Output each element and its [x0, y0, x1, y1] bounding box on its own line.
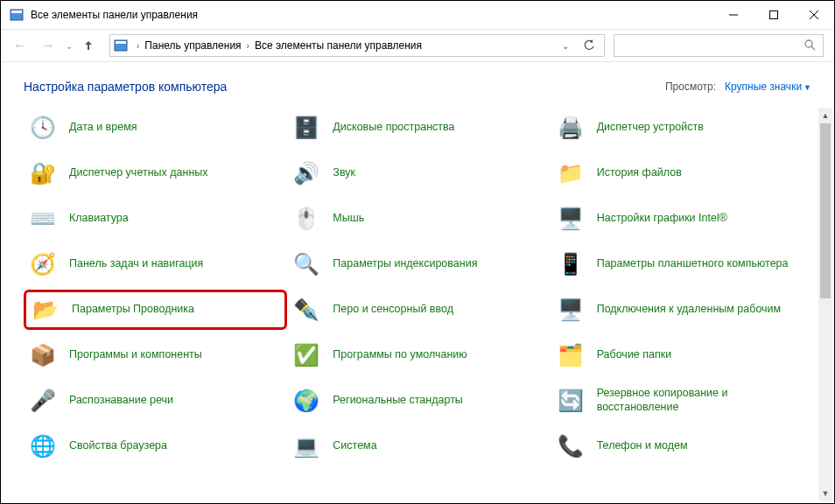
- breadcrumb-part[interactable]: Панель управления: [143, 39, 242, 52]
- view-label: Просмотр:: [665, 80, 716, 93]
- item-icon: ✅: [292, 341, 320, 369]
- item-icon: 📂: [32, 296, 60, 324]
- item-icon: 🖱️: [292, 205, 320, 233]
- control-panel-icon: [10, 8, 24, 22]
- item-icon: 🖨️: [557, 114, 585, 142]
- item-label: Система: [333, 439, 376, 453]
- chevron-right-icon[interactable]: ›: [247, 41, 249, 51]
- control-panel-item[interactable]: 🗄️Дисковые пространства: [287, 108, 551, 148]
- item-label: Клавиатура: [69, 212, 129, 226]
- items-grid: 🕓Дата и время🗄️Дисковые пространства🖨️Ди…: [1, 108, 834, 466]
- forward-button[interactable]: →: [36, 33, 60, 58]
- item-label: История файлов: [597, 166, 682, 180]
- item-icon: 📁: [557, 159, 585, 187]
- svg-line-9: [811, 46, 815, 50]
- control-panel-item[interactable]: 📱Параметры планшетного компьютера: [551, 244, 815, 284]
- item-label: Перо и сенсорный ввод: [333, 303, 453, 317]
- item-label: Панель задач и навигация: [69, 257, 203, 271]
- svg-point-8: [805, 40, 812, 47]
- item-label: Диспетчер учетных данных: [69, 166, 208, 180]
- item-label: Рабочие папки: [597, 348, 672, 362]
- control-panel-item[interactable]: 📞Телефон и модем: [551, 426, 815, 466]
- item-label: Параметры Проводника: [72, 303, 194, 317]
- scroll-track[interactable]: [818, 123, 832, 486]
- item-icon: 🕓: [29, 114, 57, 142]
- control-panel-item[interactable]: 🔍Параметры индексирования: [287, 244, 551, 284]
- minimize-button[interactable]: [713, 1, 754, 29]
- item-icon: 🔐: [29, 159, 57, 187]
- item-icon: 🌍: [292, 387, 320, 415]
- titlebar: Все элементы панели управления: [1, 1, 834, 29]
- control-panel-item[interactable]: 💻Система: [287, 426, 551, 466]
- item-icon: ⌨️: [29, 205, 57, 233]
- item-icon: 🌐: [29, 432, 57, 460]
- breadcrumb-part[interactable]: Все элементы панели управления: [253, 39, 424, 52]
- control-panel-item[interactable]: 📦Программы и компоненты: [24, 335, 287, 375]
- maximize-button[interactable]: [754, 1, 794, 29]
- window-title: Все элементы панели управления: [31, 9, 198, 21]
- control-panel-item[interactable]: 🖥️Подключения к удаленным рабочим: [551, 290, 815, 330]
- item-icon: 🗄️: [292, 114, 320, 142]
- up-button[interactable]: [76, 33, 101, 58]
- item-label: Распознавание речи: [69, 394, 173, 408]
- item-label: Параметры планшетного компьютера: [597, 257, 789, 271]
- item-label: Программы и компоненты: [69, 348, 202, 362]
- control-panel-item[interactable]: ⌨️Клавиатура: [24, 199, 287, 239]
- control-panel-item[interactable]: 🌐Свойства браузера: [24, 426, 287, 466]
- item-label: Региональные стандарты: [333, 394, 463, 408]
- item-label: Свойства браузера: [69, 439, 167, 453]
- refresh-button[interactable]: [578, 34, 600, 57]
- item-label: Программы по умолчанию: [333, 348, 467, 362]
- window-controls: [713, 1, 834, 29]
- back-button[interactable]: ←: [8, 33, 32, 58]
- item-icon: ✒️: [292, 296, 320, 324]
- scroll-down-button[interactable]: ▼: [818, 486, 832, 501]
- item-icon: 🔍: [292, 250, 320, 278]
- control-panel-item[interactable]: ✒️Перо и сенсорный ввод: [287, 290, 551, 330]
- item-label: Телефон и модем: [597, 439, 688, 453]
- scroll-up-button[interactable]: ▲: [818, 108, 832, 123]
- view-selector: Просмотр: Крупные значки▼: [665, 80, 811, 93]
- control-panel-item[interactable]: 🕓Дата и время: [24, 108, 287, 148]
- scrollbar[interactable]: ▲ ▼: [818, 108, 832, 501]
- control-panel-item[interactable]: 🖥️Настройки графики Intel®: [551, 199, 815, 239]
- control-panel-item[interactable]: 🖨️Диспетчер устройств: [551, 108, 815, 148]
- chevron-right-icon[interactable]: ›: [137, 41, 139, 51]
- scroll-thumb[interactable]: [820, 123, 831, 298]
- svg-rect-7: [116, 41, 126, 44]
- item-icon: 🔄: [557, 387, 585, 415]
- item-label: Дисковые пространства: [333, 121, 454, 135]
- item-icon: 📞: [557, 432, 585, 460]
- control-panel-item[interactable]: 🖱️Мышь: [287, 199, 551, 239]
- control-panel-icon: [114, 38, 128, 52]
- item-icon: 💻: [292, 432, 320, 460]
- content-area: 🕓Дата и время🗄️Дисковые пространства🖨️Ди…: [1, 108, 834, 501]
- control-panel-item[interactable]: 🎤Распознавание речи: [24, 381, 287, 421]
- control-panel-item[interactable]: 🧭Панель задач и навигация: [24, 244, 287, 284]
- view-dropdown[interactable]: Крупные значки▼: [725, 80, 811, 93]
- control-panel-item[interactable]: 📂Параметры Проводника: [24, 290, 287, 330]
- item-label: Звук: [333, 166, 355, 180]
- control-panel-item[interactable]: 🌍Региональные стандарты: [287, 381, 551, 421]
- item-icon: 📦: [29, 341, 57, 369]
- control-panel-item[interactable]: 📁История файлов: [551, 153, 815, 193]
- control-panel-item[interactable]: 🔐Диспетчер учетных данных: [24, 153, 287, 193]
- search-icon[interactable]: [803, 38, 816, 53]
- close-button[interactable]: [794, 1, 834, 29]
- control-panel-item[interactable]: 🔄Резервное копирование и восстановление: [551, 381, 815, 421]
- item-label: Подключения к удаленным рабочим: [597, 303, 782, 317]
- search-box[interactable]: [614, 34, 824, 57]
- page-title: Настройка параметров компьютера: [24, 80, 227, 94]
- chevron-down-icon[interactable]: ⌄: [562, 41, 569, 51]
- control-panel-item[interactable]: 🗂️Рабочие папки: [551, 335, 815, 375]
- item-label: Параметры индексирования: [333, 257, 477, 271]
- control-panel-item[interactable]: 🔊Звук: [287, 153, 551, 193]
- svg-rect-1: [11, 10, 22, 13]
- item-label: Настройки графики Intel®: [597, 212, 727, 226]
- search-input[interactable]: [621, 39, 803, 52]
- item-icon: 🧭: [29, 250, 57, 278]
- item-icon: 🎤: [29, 387, 57, 415]
- address-bar[interactable]: › Панель управления › Все элементы панел…: [109, 34, 605, 57]
- control-panel-item[interactable]: ✅Программы по умолчанию: [287, 335, 551, 375]
- history-dropdown[interactable]: ⌄: [66, 41, 73, 51]
